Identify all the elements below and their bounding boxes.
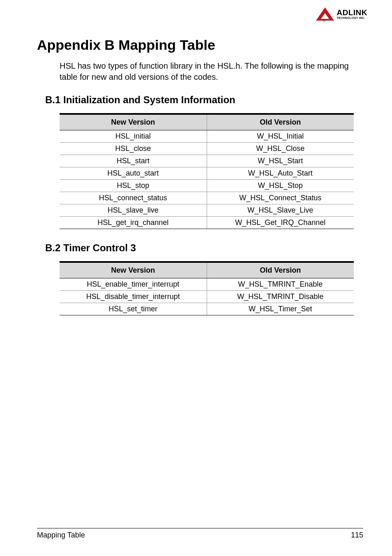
table-row: HSL_connect_statusW_HSL_Connect_Status — [60, 192, 354, 204]
cell-new: HSL_auto_start — [60, 167, 207, 180]
cell-old: W_HSL_Slave_Live — [207, 204, 354, 217]
table-b2: New Version Old Version HSL_enable_timer… — [60, 261, 354, 315]
cell-old: W_HSL_TMRINT_Enable — [207, 278, 354, 291]
cell-old: W_HSL_Initial — [207, 130, 354, 143]
table-row: HSL_closeW_HSL_Close — [60, 143, 354, 155]
table-row: HSL_initialW_HSL_Initial — [60, 130, 354, 143]
cell-old: W_HSL_Auto_Start — [207, 167, 354, 180]
logo-sub-text: TECHNOLOGY INC. — [337, 16, 367, 19]
cell-old: W_HSL_Connect_Status — [207, 192, 354, 204]
page-title: Appendix B Mapping Table — [37, 37, 363, 53]
table-row: HSL_set_timerW_HSL_Timer_Set — [60, 303, 354, 315]
table-row: HSL_auto_startW_HSL_Auto_Start — [60, 167, 354, 180]
cell-new: HSL_enable_timer_interrupt — [60, 278, 207, 291]
cell-new: HSL_start — [60, 155, 207, 167]
table-row: HSL_startW_HSL_Start — [60, 155, 354, 167]
logo-main-text: ADLINK — [337, 9, 367, 16]
page-footer: Mapping Table 115 — [37, 528, 363, 540]
table-header-old: Old Version — [207, 262, 354, 278]
cell-new: HSL_slave_live — [60, 204, 207, 217]
table-header-new: New Version — [60, 114, 207, 130]
table-b1: New Version Old Version HSL_initialW_HSL… — [60, 113, 354, 229]
section-b2-heading: B.2 Timer Control 3 — [45, 242, 363, 254]
table-row: HSL_disable_timer_interruptW_HSL_TMRINT_… — [60, 291, 354, 303]
cell-old: W_HSL_Timer_Set — [207, 303, 354, 315]
cell-new: HSL_stop — [60, 180, 207, 192]
cell-new: HSL_connect_status — [60, 192, 207, 204]
cell-old: W_HSL_TMRINT_Disable — [207, 291, 354, 303]
brand-logo: ® ADLINK TECHNOLOGY INC. — [316, 7, 367, 21]
cell-new: HSL_close — [60, 143, 207, 155]
footer-page-number: 115 — [351, 531, 363, 540]
footer-left: Mapping Table — [37, 531, 85, 540]
cell-old: W_HSL_Close — [207, 143, 354, 155]
table-row: HSL_get_irq_channelW_HSL_Get_IRQ_Channel — [60, 217, 354, 229]
registered-mark: ® — [323, 19, 325, 23]
cell-old: W_HSL_Start — [207, 155, 354, 167]
table-row: HSL_slave_liveW_HSL_Slave_Live — [60, 204, 354, 217]
table-header-old: Old Version — [207, 114, 354, 130]
table-header-new: New Version — [60, 262, 207, 278]
table-row: HSL_stopW_HSL_Stop — [60, 180, 354, 192]
cell-new: HSL_set_timer — [60, 303, 207, 315]
intro-paragraph: HSL has two types of function library in… — [60, 60, 363, 83]
cell-new: HSL_initial — [60, 130, 207, 143]
table-row: HSL_enable_timer_interruptW_HSL_TMRINT_E… — [60, 278, 354, 291]
cell-new: HSL_disable_timer_interrupt — [60, 291, 207, 303]
cell-old: W_HSL_Get_IRQ_Channel — [207, 217, 354, 229]
cell-old: W_HSL_Stop — [207, 180, 354, 192]
section-b1-heading: B.1 Initialization and System Informatio… — [45, 94, 363, 106]
cell-new: HSL_get_irq_channel — [60, 217, 207, 229]
